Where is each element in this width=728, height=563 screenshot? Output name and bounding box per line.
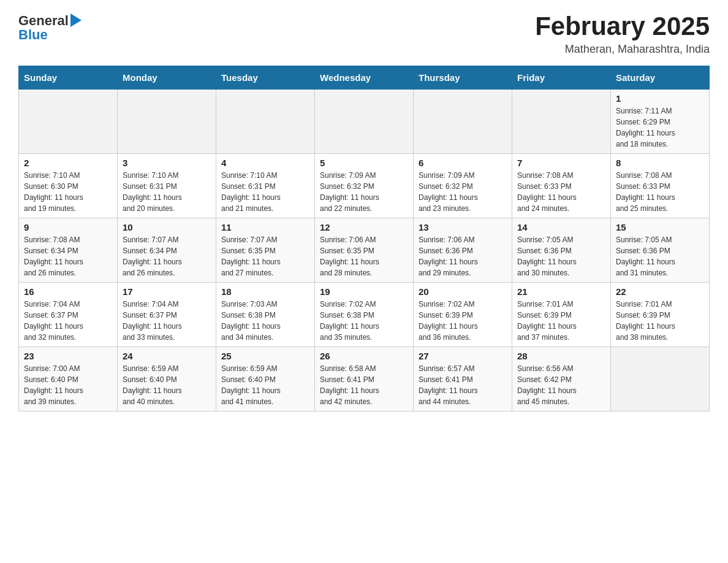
location-title: Matheran, Maharashtra, India xyxy=(535,43,710,56)
day-cell xyxy=(19,90,118,154)
weekday-header-row: Sunday Monday Tuesday Wednesday Thursday… xyxy=(19,66,710,90)
day-info: Sunrise: 7:02 AM Sunset: 6:39 PM Dayligh… xyxy=(419,299,507,343)
day-info: Sunrise: 7:02 AM Sunset: 6:38 PM Dayligh… xyxy=(320,299,408,343)
day-cell: 13Sunrise: 7:06 AM Sunset: 6:36 PM Dayli… xyxy=(414,218,512,283)
day-number: 28 xyxy=(517,351,605,361)
day-cell: 21Sunrise: 7:01 AM Sunset: 6:39 PM Dayli… xyxy=(512,283,611,347)
day-info: Sunrise: 7:05 AM Sunset: 6:36 PM Dayligh… xyxy=(517,234,605,278)
day-number: 16 xyxy=(24,286,112,297)
day-cell: 1Sunrise: 7:11 AM Sunset: 6:29 PM Daylig… xyxy=(611,90,710,154)
day-info: Sunrise: 7:08 AM Sunset: 6:34 PM Dayligh… xyxy=(24,234,112,278)
day-info: Sunrise: 7:09 AM Sunset: 6:32 PM Dayligh… xyxy=(419,170,507,214)
day-cell: 16Sunrise: 7:04 AM Sunset: 6:37 PM Dayli… xyxy=(19,283,118,347)
day-cell: 10Sunrise: 7:07 AM Sunset: 6:34 PM Dayli… xyxy=(118,218,216,283)
day-cell: 8Sunrise: 7:08 AM Sunset: 6:33 PM Daylig… xyxy=(611,154,710,218)
day-number: 27 xyxy=(419,351,507,361)
day-info: Sunrise: 7:04 AM Sunset: 6:37 PM Dayligh… xyxy=(123,299,211,343)
day-number: 21 xyxy=(517,286,605,297)
day-number: 2 xyxy=(24,158,112,168)
day-cell: 17Sunrise: 7:04 AM Sunset: 6:37 PM Dayli… xyxy=(118,283,216,347)
day-number: 11 xyxy=(221,222,309,232)
day-cell: 12Sunrise: 7:06 AM Sunset: 6:35 PM Dayli… xyxy=(315,218,414,283)
title-block: February 2025 Matheran, Maharashtra, Ind… xyxy=(535,12,710,56)
header-friday: Friday xyxy=(512,66,611,90)
day-number: 25 xyxy=(221,351,309,361)
day-info: Sunrise: 6:57 AM Sunset: 6:41 PM Dayligh… xyxy=(419,363,507,407)
page-header: General Blue February 2025 Matheran, Mah… xyxy=(18,12,710,56)
day-number: 19 xyxy=(320,286,408,297)
day-info: Sunrise: 7:05 AM Sunset: 6:36 PM Dayligh… xyxy=(616,234,704,278)
day-cell: 25Sunrise: 6:59 AM Sunset: 6:40 PM Dayli… xyxy=(216,347,315,412)
day-cell xyxy=(512,90,611,154)
day-number: 6 xyxy=(419,158,507,168)
week-row-5: 23Sunrise: 7:00 AM Sunset: 6:40 PM Dayli… xyxy=(19,347,710,412)
logo-triangle-icon xyxy=(70,13,82,27)
day-cell: 3Sunrise: 7:10 AM Sunset: 6:31 PM Daylig… xyxy=(118,154,216,218)
day-number: 15 xyxy=(616,222,704,232)
day-number: 24 xyxy=(123,351,211,361)
day-info: Sunrise: 7:10 AM Sunset: 6:31 PM Dayligh… xyxy=(221,170,309,214)
day-info: Sunrise: 7:07 AM Sunset: 6:34 PM Dayligh… xyxy=(123,234,211,278)
day-cell: 9Sunrise: 7:08 AM Sunset: 6:34 PM Daylig… xyxy=(19,218,118,283)
day-number: 12 xyxy=(320,222,408,232)
day-number: 20 xyxy=(419,286,507,297)
day-info: Sunrise: 7:07 AM Sunset: 6:35 PM Dayligh… xyxy=(221,234,309,278)
day-cell: 2Sunrise: 7:10 AM Sunset: 6:30 PM Daylig… xyxy=(19,154,118,218)
day-info: Sunrise: 7:01 AM Sunset: 6:39 PM Dayligh… xyxy=(517,299,605,343)
day-info: Sunrise: 7:10 AM Sunset: 6:30 PM Dayligh… xyxy=(24,170,112,214)
day-info: Sunrise: 6:58 AM Sunset: 6:41 PM Dayligh… xyxy=(320,363,408,407)
day-number: 7 xyxy=(517,158,605,168)
day-info: Sunrise: 7:06 AM Sunset: 6:36 PM Dayligh… xyxy=(419,234,507,278)
header-saturday: Saturday xyxy=(611,66,710,90)
header-wednesday: Wednesday xyxy=(315,66,414,90)
day-info: Sunrise: 6:59 AM Sunset: 6:40 PM Dayligh… xyxy=(221,363,309,407)
day-info: Sunrise: 7:04 AM Sunset: 6:37 PM Dayligh… xyxy=(24,299,112,343)
day-info: Sunrise: 7:00 AM Sunset: 6:40 PM Dayligh… xyxy=(24,363,112,407)
day-cell: 20Sunrise: 7:02 AM Sunset: 6:39 PM Dayli… xyxy=(414,283,512,347)
day-cell xyxy=(315,90,414,154)
day-number: 22 xyxy=(616,286,704,297)
day-cell: 14Sunrise: 7:05 AM Sunset: 6:36 PM Dayli… xyxy=(512,218,611,283)
calendar-table: Sunday Monday Tuesday Wednesday Thursday… xyxy=(18,66,710,412)
day-cell xyxy=(611,347,710,412)
day-info: Sunrise: 7:10 AM Sunset: 6:31 PM Dayligh… xyxy=(123,170,211,214)
day-number: 18 xyxy=(221,286,309,297)
calendar-header: Sunday Monday Tuesday Wednesday Thursday… xyxy=(19,66,710,90)
logo-text-blue: Blue xyxy=(18,27,48,43)
day-cell xyxy=(414,90,512,154)
day-cell: 23Sunrise: 7:00 AM Sunset: 6:40 PM Dayli… xyxy=(19,347,118,412)
svg-marker-0 xyxy=(70,13,82,27)
day-cell: 28Sunrise: 6:56 AM Sunset: 6:42 PM Dayli… xyxy=(512,347,611,412)
day-cell: 18Sunrise: 7:03 AM Sunset: 6:38 PM Dayli… xyxy=(216,283,315,347)
week-row-2: 2Sunrise: 7:10 AM Sunset: 6:30 PM Daylig… xyxy=(19,154,710,218)
day-cell: 22Sunrise: 7:01 AM Sunset: 6:39 PM Dayli… xyxy=(611,283,710,347)
day-number: 17 xyxy=(123,286,211,297)
day-number: 26 xyxy=(320,351,408,361)
calendar-body: 1Sunrise: 7:11 AM Sunset: 6:29 PM Daylig… xyxy=(19,90,710,412)
day-cell: 4Sunrise: 7:10 AM Sunset: 6:31 PM Daylig… xyxy=(216,154,315,218)
day-number: 13 xyxy=(419,222,507,232)
day-number: 23 xyxy=(24,351,112,361)
day-number: 8 xyxy=(616,158,704,168)
day-info: Sunrise: 7:09 AM Sunset: 6:32 PM Dayligh… xyxy=(320,170,408,214)
day-info: Sunrise: 6:56 AM Sunset: 6:42 PM Dayligh… xyxy=(517,363,605,407)
day-cell: 27Sunrise: 6:57 AM Sunset: 6:41 PM Dayli… xyxy=(414,347,512,412)
month-title: February 2025 xyxy=(535,12,710,40)
day-number: 5 xyxy=(320,158,408,168)
day-cell: 15Sunrise: 7:05 AM Sunset: 6:36 PM Dayli… xyxy=(611,218,710,283)
header-sunday: Sunday xyxy=(19,66,118,90)
day-number: 3 xyxy=(123,158,211,168)
day-cell: 26Sunrise: 6:58 AM Sunset: 6:41 PM Dayli… xyxy=(315,347,414,412)
day-info: Sunrise: 7:11 AM Sunset: 6:29 PM Dayligh… xyxy=(616,105,704,150)
day-cell: 24Sunrise: 6:59 AM Sunset: 6:40 PM Dayli… xyxy=(118,347,216,412)
week-row-3: 9Sunrise: 7:08 AM Sunset: 6:34 PM Daylig… xyxy=(19,218,710,283)
header-monday: Monday xyxy=(118,66,216,90)
logo: General Blue xyxy=(18,12,82,43)
week-row-1: 1Sunrise: 7:11 AM Sunset: 6:29 PM Daylig… xyxy=(19,90,710,154)
day-info: Sunrise: 7:06 AM Sunset: 6:35 PM Dayligh… xyxy=(320,234,408,278)
week-row-4: 16Sunrise: 7:04 AM Sunset: 6:37 PM Dayli… xyxy=(19,283,710,347)
day-info: Sunrise: 7:08 AM Sunset: 6:33 PM Dayligh… xyxy=(517,170,605,214)
header-tuesday: Tuesday xyxy=(216,66,315,90)
day-info: Sunrise: 7:01 AM Sunset: 6:39 PM Dayligh… xyxy=(616,299,704,343)
day-cell: 11Sunrise: 7:07 AM Sunset: 6:35 PM Dayli… xyxy=(216,218,315,283)
